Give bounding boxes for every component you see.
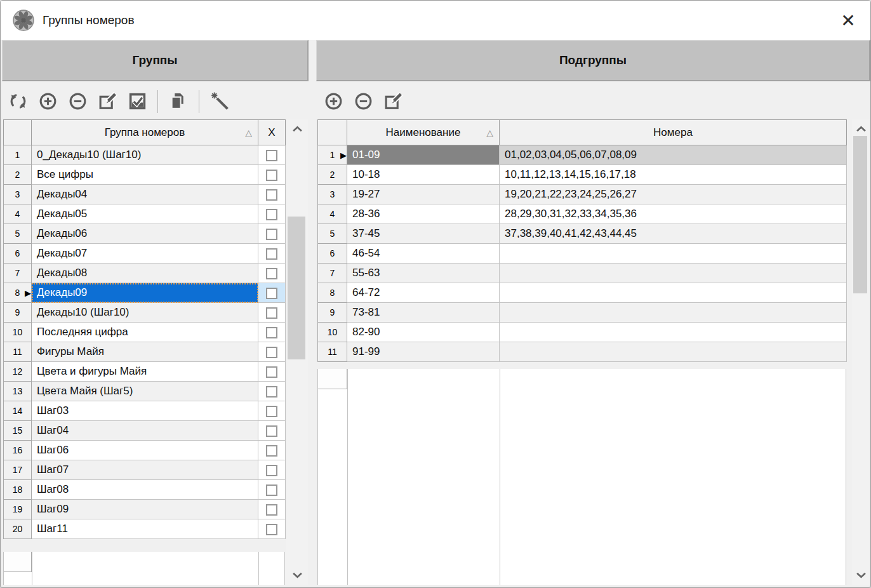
- row-number-cell[interactable]: 5: [318, 224, 347, 244]
- group-name-cell[interactable]: Декады06: [32, 224, 258, 244]
- group-check-cell[interactable]: [258, 500, 286, 519]
- numbers-header[interactable]: Номера: [500, 120, 847, 145]
- group-name-cell[interactable]: Фигуры Майя: [32, 342, 258, 362]
- row-number-cell[interactable]: 4: [318, 204, 347, 224]
- add-button[interactable]: [321, 90, 345, 114]
- row-checkbox[interactable]: [266, 229, 277, 240]
- row-number-cell[interactable]: 3: [4, 185, 32, 204]
- close-button[interactable]: ✕: [834, 6, 863, 34]
- row-number-cell[interactable]: 6: [318, 244, 347, 264]
- group-row[interactable]: 3Декады04: [4, 185, 286, 204]
- row-checkbox[interactable]: [266, 248, 277, 260]
- group-row[interactable]: 19Шаг09: [4, 500, 286, 519]
- row-number-cell[interactable]: 10: [318, 323, 347, 342]
- group-row[interactable]: 18Шаг08: [4, 480, 286, 500]
- subgroup-numbers-cell[interactable]: [500, 342, 847, 362]
- subgroup-numbers-cell[interactable]: 37,38,39,40,41,42,43,44,45: [500, 224, 847, 244]
- wand-button[interactable]: [208, 90, 232, 114]
- row-number-cell[interactable]: 19: [4, 500, 32, 519]
- group-check-cell[interactable]: [258, 224, 286, 244]
- row-checkbox[interactable]: [266, 386, 277, 398]
- row-number-cell[interactable]: 13: [4, 382, 32, 401]
- row-number-cell[interactable]: 4: [4, 204, 32, 224]
- row-number-cell[interactable]: 8: [318, 283, 347, 303]
- scroll-down-icon[interactable]: [852, 567, 870, 584]
- subgroup-name-cell[interactable]: 46-54: [347, 244, 500, 264]
- group-name-cell[interactable]: Шаг06: [32, 441, 258, 460]
- row-number-cell[interactable]: 8▶: [4, 283, 32, 303]
- subgroup-numbers-cell[interactable]: [500, 283, 847, 303]
- copy-button[interactable]: [166, 90, 190, 114]
- group-row[interactable]: 14Шаг03: [4, 401, 286, 421]
- row-number-cell[interactable]: 1▶: [318, 145, 347, 165]
- group-row[interactable]: 17Шаг07: [4, 460, 286, 480]
- subgroup-numbers-cell[interactable]: 10,11,12,13,14,15,16,17,18: [500, 165, 847, 185]
- group-name-cell[interactable]: Шаг03: [32, 401, 258, 421]
- group-check-cell[interactable]: [258, 165, 286, 185]
- scrollbar-thumb[interactable]: [853, 136, 867, 293]
- subgroup-row[interactable]: 428-3628,29,30,31,32,33,34,35,36: [318, 204, 847, 224]
- row-checkbox[interactable]: [266, 347, 277, 358]
- group-row[interactable]: 15Шаг04: [4, 421, 286, 441]
- subgroup-name-cell[interactable]: 82-90: [347, 323, 500, 342]
- scroll-down-icon[interactable]: [286, 567, 308, 584]
- subgroup-name-cell[interactable]: 37-45: [347, 224, 500, 244]
- row-checkbox[interactable]: [266, 425, 277, 437]
- subgroup-row[interactable]: 755-63: [318, 264, 847, 283]
- group-name-cell[interactable]: 0_Декады10 (Шаг10): [32, 145, 258, 165]
- row-checkbox[interactable]: [266, 288, 277, 299]
- row-checkbox[interactable]: [266, 484, 277, 496]
- row-checkbox[interactable]: [266, 268, 277, 279]
- group-row[interactable]: 5Декады06: [4, 224, 286, 244]
- subgroups-scrollbar[interactable]: [852, 119, 870, 585]
- subgroup-row[interactable]: 646-54: [318, 244, 847, 264]
- group-check-cell[interactable]: [258, 519, 286, 539]
- group-row[interactable]: 12Цвета и фигуры Майя: [4, 362, 286, 382]
- row-checkbox[interactable]: [266, 366, 277, 378]
- subgroup-name-cell[interactable]: 55-63: [347, 264, 500, 283]
- row-number-cell[interactable]: 18: [4, 480, 32, 500]
- group-name-cell[interactable]: Цвета и фигуры Майя: [32, 362, 258, 382]
- row-checkbox[interactable]: [266, 465, 277, 476]
- group-check-cell[interactable]: [258, 382, 286, 401]
- row-number-cell[interactable]: 15: [4, 421, 32, 441]
- group-check-cell[interactable]: [258, 401, 286, 421]
- row-number-cell[interactable]: 1: [4, 145, 32, 165]
- row-number-cell[interactable]: 11: [318, 342, 347, 362]
- group-row[interactable]: 20Шаг11: [4, 519, 286, 539]
- group-row[interactable]: 7Декады08: [4, 264, 286, 283]
- group-check-cell[interactable]: [258, 145, 286, 165]
- group-row[interactable]: 9Декады10 (Шаг10): [4, 303, 286, 323]
- group-check-cell[interactable]: [258, 460, 286, 480]
- x-column-header[interactable]: X: [258, 120, 286, 145]
- subgroup-name-cell[interactable]: 28-36: [347, 204, 500, 224]
- group-name-cell[interactable]: Шаг08: [32, 480, 258, 500]
- subgroup-name-cell[interactable]: 64-72: [347, 283, 500, 303]
- subgroup-row[interactable]: 973-81: [318, 303, 847, 323]
- row-number-cell[interactable]: 2: [318, 165, 347, 185]
- group-check-cell[interactable]: [258, 264, 286, 283]
- subgroup-row[interactable]: 1191-99: [318, 342, 847, 362]
- subgroup-numbers-cell[interactable]: [500, 264, 847, 283]
- group-check-cell[interactable]: [258, 480, 286, 500]
- row-number-cell[interactable]: 20: [4, 519, 32, 539]
- group-row[interactable]: 4Декады05: [4, 204, 286, 224]
- group-check-cell[interactable]: [258, 441, 286, 460]
- row-number-cell[interactable]: 2: [4, 165, 32, 185]
- group-name-cell[interactable]: Декады08: [32, 264, 258, 283]
- scrollbar-thumb[interactable]: [288, 217, 305, 359]
- row-checkbox[interactable]: [266, 524, 277, 535]
- row-number-cell[interactable]: 17: [4, 460, 32, 480]
- subgroup-row[interactable]: 537-4537,38,39,40,41,42,43,44,45: [318, 224, 847, 244]
- row-number-cell[interactable]: 7: [318, 264, 347, 283]
- row-checkbox[interactable]: [266, 406, 277, 417]
- row-number-header[interactable]: [318, 120, 347, 145]
- group-check-cell[interactable]: [258, 342, 286, 362]
- subgroup-numbers-cell[interactable]: 19,20,21,22,23,24,25,26,27: [500, 185, 847, 204]
- group-row[interactable]: 10Последняя цифра: [4, 323, 286, 342]
- subgroup-name-header[interactable]: Наименование △: [347, 120, 500, 145]
- row-number-cell[interactable]: 16: [4, 441, 32, 460]
- scroll-up-icon[interactable]: [286, 121, 308, 137]
- subgroup-row[interactable]: 1▶01-0901,02,03,04,05,06,07,08,09: [318, 145, 847, 165]
- row-checkbox[interactable]: [266, 209, 277, 220]
